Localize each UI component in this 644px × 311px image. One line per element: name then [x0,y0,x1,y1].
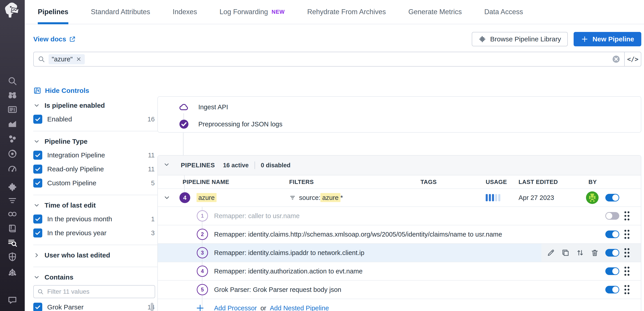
log-pipelines-icon[interactable] [8,196,17,206]
tab-rehydrate-from-archives[interactable]: Rehydrate From Archives [307,0,386,24]
checkbox-checked[interactable] [33,214,42,224]
code-view-toggle[interactable]: </> [624,52,641,66]
processor-number: 4 [197,266,208,277]
processor-row-3-hovered[interactable]: 3 Remapper: identity.claims.ipaddr to ne… [158,244,641,262]
pipeline-row-azure[interactable]: 4 azure source:azure* Apr 27 2023 [158,189,641,207]
clear-search-button[interactable] [612,55,620,63]
remove-chip-icon[interactable] [76,56,82,62]
chevron-down-icon [33,138,40,145]
processor-enabled-toggle-on[interactable] [605,267,619,275]
add-nested-pipeline-link[interactable]: Add Nested Pipeline [270,304,329,311]
network-globe-icon[interactable] [8,268,17,278]
pipeline-name: azure [196,194,216,202]
filter-section: Pipeline Type Integration Pipeline 11 Re… [33,131,158,195]
processor-enabled-toggle-on[interactable] [605,286,619,294]
processor-count-badge: 4 [180,192,190,203]
tab-pipelines[interactable]: Pipelines [38,0,68,24]
chevron-down-icon [33,274,40,281]
checkbox-checked[interactable] [33,164,42,174]
checkbox-checked[interactable] [33,151,42,160]
new-pipeline-button[interactable]: New Pipeline [574,32,641,46]
chevron-down-icon[interactable] [163,194,170,201]
tab-generate-metrics[interactable]: Generate Metrics [408,0,462,24]
gauge-icon[interactable] [8,164,17,174]
drag-handle-icon[interactable] [624,229,630,240]
processor-enabled-toggle-off[interactable] [605,212,619,220]
processor-row-2[interactable]: 2 Remapper: identity.claims.http://schem… [158,225,641,244]
drag-handle-icon[interactable] [624,248,630,258]
checkbox-checked[interactable] [33,303,42,311]
chevron-down-icon [33,202,40,209]
contains-filter-field[interactable] [33,285,155,298]
search-input[interactable]: "azure" [34,52,624,66]
filter-option-previous-year[interactable]: In the previous year 3 [33,228,158,238]
search-chip-azure[interactable]: "azure" [48,54,85,64]
edit-pencil-icon[interactable] [547,249,555,257]
processor-row-5[interactable]: 5 Grok Parser: Grok Parser request body … [158,281,641,299]
main-area: Pipelines Standard Attributes Indexes Lo… [25,0,644,311]
collapse-panel-icon [33,86,41,95]
tab-indexes[interactable]: Indexes [173,0,197,24]
metrics-icon[interactable] [8,119,17,129]
notebooks-icon[interactable] [8,224,17,234]
dashboards-icon[interactable] [8,104,17,114]
duplicate-icon[interactable] [562,249,570,257]
delete-trash-icon[interactable] [591,249,599,257]
checkbox-checked[interactable] [33,115,42,124]
processor-enabled-toggle-on[interactable] [605,230,619,238]
search-icon[interactable] [8,76,17,86]
filter-option-grok-parser[interactable]: Grok Parser 14 [33,302,158,311]
scrollbar-thumb[interactable] [151,303,153,311]
checkbox-checked[interactable] [33,178,42,188]
filter-option-enabled[interactable]: Enabled 16 [33,114,158,124]
browse-pipeline-library-button[interactable]: Browse Pipeline Library [472,32,568,46]
security-shield-icon[interactable] [8,252,17,262]
checkbox-checked[interactable] [33,228,42,238]
processor-row-1[interactable]: 1 Remapper: caller to usr.name [158,207,641,225]
watchdog-binoculars-icon[interactable] [8,90,17,100]
filter-option-read-only-pipeline[interactable]: Read-only Pipeline 11 [33,164,158,174]
add-processor-link[interactable]: Add Processor [214,304,257,311]
filter-section: Time of last edit In the previous month … [33,195,158,245]
filter-section-header-contains[interactable]: Contains [33,272,158,282]
filter-section-header-user-who-last-edited[interactable]: User who last edited [33,250,158,260]
contains-filter-input[interactable] [47,288,151,296]
tab-standard-attributes[interactable]: Standard Attributes [91,0,150,24]
tab-data-access[interactable]: Data Access [484,0,523,24]
top-navigation: Pipelines Standard Attributes Indexes Lo… [25,0,644,24]
filter-section-header-time-of-last-edit[interactable]: Time of last edit [33,200,158,210]
ingest-api-row: Ingest API [158,101,641,113]
pipelines-area: Ingest API Preprocessing for JSON logs P… [158,86,641,311]
processor-row-4[interactable]: 4 Remapper: identity.authorization.actio… [158,262,641,281]
processor-enabled-toggle-on[interactable] [605,249,619,256]
usage-bars [486,194,500,201]
filter-section-header-is-pipeline-enabled[interactable]: Is pipeline enabled [33,101,158,110]
new-badge: NEW [272,9,285,15]
filter-option-integration-pipeline[interactable]: Integration Pipeline 11 [33,150,158,160]
search-bar: "azure" </> [33,52,641,66]
plus-icon[interactable] [196,304,204,311]
ci-pipelines-icon[interactable] [8,209,17,219]
help-chat-icon[interactable] [8,295,17,305]
search-icon [38,56,45,63]
ingest-flow-card: Ingest API Preprocessing for JSON logs [158,96,641,133]
datadog-logo[interactable] [4,2,21,18]
editor-avatar[interactable] [586,191,598,204]
view-docs-link[interactable]: View docs [33,35,76,43]
drag-handle-icon[interactable] [624,211,630,221]
apm-icon[interactable] [8,149,17,159]
integrations-puzzle-icon[interactable] [8,182,17,192]
pipeline-enabled-toggle[interactable] [605,194,619,202]
drag-handle-icon[interactable] [624,284,630,295]
logs-icon[interactable] [8,238,17,248]
puzzle-icon [478,35,486,43]
hide-controls-button[interactable]: Hide Controls [33,86,158,95]
drag-handle-icon[interactable] [624,266,630,276]
infrastructure-icon[interactable] [8,134,17,144]
filter-section-header-pipeline-type[interactable]: Pipeline Type [33,137,158,146]
filter-option-previous-month[interactable]: In the previous month 1 [33,214,158,224]
reorder-arrows-icon[interactable] [576,249,584,257]
tab-log-forwarding[interactable]: Log ForwardingNEW [220,0,285,24]
filter-option-custom-pipeline[interactable]: Custom Pipeline 5 [33,178,158,188]
chevron-down-icon[interactable] [163,161,170,169]
